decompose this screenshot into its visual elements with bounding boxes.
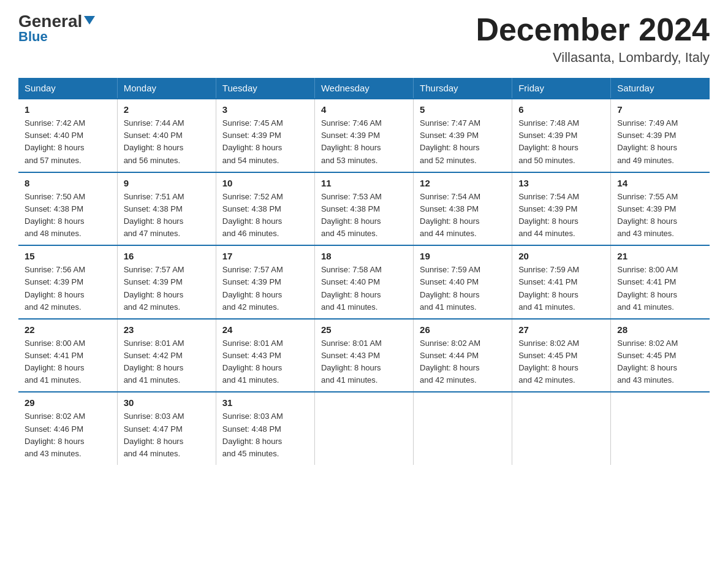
day-info: Sunrise: 8:00 AMSunset: 4:41 PMDaylight:… [617, 264, 703, 313]
day-info: Sunrise: 7:49 AMSunset: 4:39 PMDaylight:… [617, 117, 703, 167]
calendar-cell: 2Sunrise: 7:44 AMSunset: 4:40 PMDaylight… [117, 99, 216, 172]
day-info: Sunrise: 7:56 AMSunset: 4:39 PMDaylight:… [25, 264, 111, 313]
header-row: Sunday Monday Tuesday Wednesday Thursday… [18, 78, 710, 99]
day-info: Sunrise: 8:01 AMSunset: 4:42 PMDaylight:… [124, 337, 210, 387]
day-number: 10 [222, 178, 308, 188]
day-number: 6 [518, 104, 604, 115]
day-info: Sunrise: 8:03 AMSunset: 4:48 PMDaylight:… [222, 410, 308, 460]
logo: General Blue [18, 12, 95, 45]
day-number: 9 [124, 178, 210, 188]
col-saturday: Saturday [611, 78, 710, 99]
day-info: Sunrise: 8:02 AMSunset: 4:46 PMDaylight:… [25, 410, 111, 460]
day-number: 30 [124, 397, 210, 408]
calendar-cell: 3Sunrise: 7:45 AMSunset: 4:39 PMDaylight… [216, 99, 314, 172]
col-monday: Monday [117, 78, 216, 99]
day-info: Sunrise: 7:57 AMSunset: 4:39 PMDaylight:… [222, 264, 308, 313]
calendar-cell: 6Sunrise: 7:48 AMSunset: 4:39 PMDaylight… [512, 99, 611, 172]
day-info: Sunrise: 7:58 AMSunset: 4:40 PMDaylight:… [321, 264, 407, 313]
day-number: 11 [321, 178, 407, 188]
calendar-cell: 31Sunrise: 8:03 AMSunset: 4:48 PMDayligh… [216, 392, 314, 465]
calendar-table: Sunday Monday Tuesday Wednesday Thursday… [18, 78, 710, 465]
day-number: 18 [321, 251, 407, 261]
calendar-cell: 14Sunrise: 7:55 AMSunset: 4:39 PMDayligh… [611, 172, 710, 246]
day-number: 31 [222, 397, 308, 408]
calendar-cell: 4Sunrise: 7:46 AMSunset: 4:39 PMDaylight… [314, 99, 413, 172]
col-wednesday: Wednesday [314, 78, 413, 99]
calendar-cell: 19Sunrise: 7:59 AMSunset: 4:40 PMDayligh… [414, 245, 512, 319]
calendar-cell: 29Sunrise: 8:02 AMSunset: 4:46 PMDayligh… [18, 392, 117, 465]
day-info: Sunrise: 8:02 AMSunset: 4:44 PMDaylight:… [420, 337, 506, 387]
day-number: 23 [124, 324, 210, 335]
day-info: Sunrise: 7:54 AMSunset: 4:39 PMDaylight:… [518, 191, 604, 240]
day-number: 22 [25, 324, 111, 335]
day-number: 21 [617, 251, 703, 261]
day-number: 2 [124, 104, 210, 115]
calendar-cell: 8Sunrise: 7:50 AMSunset: 4:38 PMDaylight… [18, 172, 117, 246]
calendar-week-1: 1Sunrise: 7:42 AMSunset: 4:40 PMDaylight… [18, 99, 710, 172]
calendar-cell [611, 392, 710, 465]
day-number: 12 [420, 178, 506, 188]
day-info: Sunrise: 8:01 AMSunset: 4:43 PMDaylight:… [222, 337, 308, 387]
day-info: Sunrise: 8:02 AMSunset: 4:45 PMDaylight:… [617, 337, 703, 387]
calendar-cell: 16Sunrise: 7:57 AMSunset: 4:39 PMDayligh… [117, 245, 216, 319]
day-info: Sunrise: 7:54 AMSunset: 4:38 PMDaylight:… [420, 191, 506, 240]
day-info: Sunrise: 8:01 AMSunset: 4:43 PMDaylight:… [321, 337, 407, 387]
calendar-cell: 1Sunrise: 7:42 AMSunset: 4:40 PMDaylight… [18, 99, 117, 172]
day-number: 27 [518, 324, 604, 335]
day-number: 17 [222, 251, 308, 261]
title-block: December 2024 Villasanta, Lombardy, Ital… [476, 12, 710, 66]
calendar-week-3: 15Sunrise: 7:56 AMSunset: 4:39 PMDayligh… [18, 245, 710, 319]
day-info: Sunrise: 8:03 AMSunset: 4:47 PMDaylight:… [124, 410, 210, 460]
calendar-cell: 30Sunrise: 8:03 AMSunset: 4:47 PMDayligh… [117, 392, 216, 465]
col-friday: Friday [512, 78, 611, 99]
day-info: Sunrise: 7:42 AMSunset: 4:40 PMDaylight:… [25, 117, 111, 167]
calendar-cell: 10Sunrise: 7:52 AMSunset: 4:38 PMDayligh… [216, 172, 314, 246]
day-number: 16 [124, 251, 210, 261]
day-number: 19 [420, 251, 506, 261]
day-info: Sunrise: 7:52 AMSunset: 4:38 PMDaylight:… [222, 191, 308, 240]
col-sunday: Sunday [18, 78, 117, 99]
day-info: Sunrise: 8:02 AMSunset: 4:45 PMDaylight:… [518, 337, 604, 387]
day-number: 13 [518, 178, 604, 188]
day-number: 3 [222, 104, 308, 115]
day-number: 28 [617, 324, 703, 335]
day-info: Sunrise: 7:59 AMSunset: 4:40 PMDaylight:… [420, 264, 506, 313]
day-number: 14 [617, 178, 703, 188]
day-info: Sunrise: 7:53 AMSunset: 4:38 PMDaylight:… [321, 191, 407, 240]
calendar-cell: 17Sunrise: 7:57 AMSunset: 4:39 PMDayligh… [216, 245, 314, 319]
day-info: Sunrise: 7:50 AMSunset: 4:38 PMDaylight:… [25, 191, 111, 240]
calendar-cell [512, 392, 611, 465]
page-subtitle: Villasanta, Lombardy, Italy [476, 50, 710, 66]
calendar-cell: 9Sunrise: 7:51 AMSunset: 4:38 PMDaylight… [117, 172, 216, 246]
day-number: 20 [518, 251, 604, 261]
day-info: Sunrise: 8:00 AMSunset: 4:41 PMDaylight:… [25, 337, 111, 387]
logo-blue: Blue [18, 29, 48, 45]
calendar-week-2: 8Sunrise: 7:50 AMSunset: 4:38 PMDaylight… [18, 172, 710, 246]
day-info: Sunrise: 7:51 AMSunset: 4:38 PMDaylight:… [124, 191, 210, 240]
day-number: 4 [321, 104, 407, 115]
calendar-cell: 18Sunrise: 7:58 AMSunset: 4:40 PMDayligh… [314, 245, 413, 319]
calendar-cell: 24Sunrise: 8:01 AMSunset: 4:43 PMDayligh… [216, 319, 314, 393]
day-info: Sunrise: 7:46 AMSunset: 4:39 PMDaylight:… [321, 117, 407, 167]
calendar-cell: 26Sunrise: 8:02 AMSunset: 4:44 PMDayligh… [414, 319, 512, 393]
calendar-cell: 7Sunrise: 7:49 AMSunset: 4:39 PMDaylight… [611, 99, 710, 172]
day-number: 5 [420, 104, 506, 115]
calendar-cell: 23Sunrise: 8:01 AMSunset: 4:42 PMDayligh… [117, 319, 216, 393]
page-title: December 2024 [476, 12, 710, 47]
day-number: 7 [617, 104, 703, 115]
day-number: 1 [25, 104, 111, 115]
page-header: General Blue December 2024 Villasanta, L… [18, 12, 710, 66]
calendar-cell: 5Sunrise: 7:47 AMSunset: 4:39 PMDaylight… [414, 99, 512, 172]
day-number: 29 [25, 397, 111, 408]
day-number: 25 [321, 324, 407, 335]
day-number: 26 [420, 324, 506, 335]
calendar-cell: 25Sunrise: 8:01 AMSunset: 4:43 PMDayligh… [314, 319, 413, 393]
calendar-cell: 20Sunrise: 7:59 AMSunset: 4:41 PMDayligh… [512, 245, 611, 319]
calendar-week-4: 22Sunrise: 8:00 AMSunset: 4:41 PMDayligh… [18, 319, 710, 393]
day-number: 24 [222, 324, 308, 335]
day-info: Sunrise: 7:59 AMSunset: 4:41 PMDaylight:… [518, 264, 604, 313]
calendar-cell: 28Sunrise: 8:02 AMSunset: 4:45 PMDayligh… [611, 319, 710, 393]
day-info: Sunrise: 7:55 AMSunset: 4:39 PMDaylight:… [617, 191, 703, 240]
calendar-cell: 21Sunrise: 8:00 AMSunset: 4:41 PMDayligh… [611, 245, 710, 319]
day-info: Sunrise: 7:47 AMSunset: 4:39 PMDaylight:… [420, 117, 506, 167]
